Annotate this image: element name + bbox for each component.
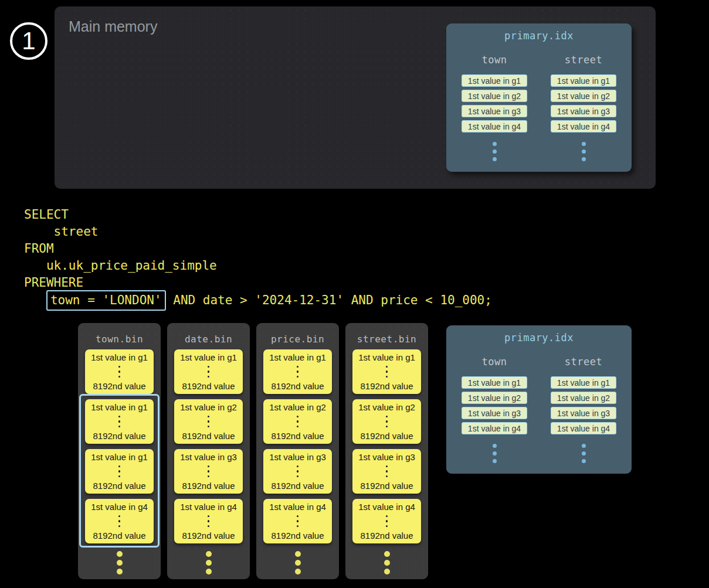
granule-first-value: 1st value in g1: [269, 352, 326, 362]
granule-last-value: 8192nd value: [182, 531, 235, 541]
granule-last-value: 8192nd value: [182, 431, 235, 441]
sql-line-from: FROM: [24, 240, 54, 257]
bin-file-date: date.bin 1st value in g1 8192nd value 1s…: [167, 323, 250, 579]
index-column-town: town 1st value in g1 1st value in g2 1st…: [462, 54, 527, 161]
ellipsis-dots: [208, 465, 210, 478]
granule-last-value: 8192nd value: [360, 481, 413, 491]
bin-file-title: town.bin: [78, 334, 161, 345]
step-number-badge: 1: [10, 22, 48, 60]
ellipsis-dots: [297, 465, 299, 478]
bin-file-town: town.bin 1st value in g1 8192nd value 1s…: [78, 323, 161, 579]
sql-line-prewhere: PREWHERE: [24, 274, 83, 291]
granule-last-value: 8192nd value: [93, 431, 145, 441]
index-entry: 1st value in g4: [551, 422, 616, 434]
ellipsis-dots: [345, 551, 428, 575]
primary-index-columns: town 1st value in g1 1st value in g2 1st…: [446, 356, 632, 463]
index-column-street: street 1st value in g1 1st value in g2 1…: [551, 356, 616, 463]
ellipsis-dots: [208, 515, 210, 528]
primary-index-box-disk: primary.idx town 1st value in g1 1st val…: [446, 325, 632, 474]
granule-first-value: 1st value in g2: [180, 402, 237, 412]
granule-first-value: 1st value in g1: [91, 352, 148, 362]
main-memory-panel: Main memory primary.idx town 1st value i…: [55, 6, 656, 189]
granule-last-value: 8192nd value: [182, 381, 235, 391]
granule: 1st value in g4 8192nd value: [263, 499, 332, 543]
ellipsis-dots: [167, 551, 250, 575]
ellipsis-dots: [386, 515, 388, 528]
index-entry: 1st value in g3: [551, 407, 616, 419]
ellipsis-dots: [118, 465, 121, 478]
ellipsis-dots: [297, 366, 299, 378]
granule: 1st value in g2 8192nd value: [174, 399, 243, 444]
granule-first-value: 1st value in g1: [91, 452, 148, 462]
index-column-header-town: town: [482, 356, 507, 368]
sql-remaining-predicates: AND date > '2024-12-31' AND price < 10_0…: [166, 293, 492, 307]
index-entry: 1st value in g4: [462, 422, 527, 434]
granule: 1st value in g4 8192nd value: [85, 499, 154, 543]
granule-last-value: 8192nd value: [93, 481, 145, 491]
ellipsis-dots: [78, 551, 161, 575]
granule: 1st value in g1 8192nd value: [85, 349, 154, 394]
bin-file-title: price.bin: [256, 334, 339, 345]
granule-last-value: 8192nd value: [360, 531, 413, 541]
ellipsis-dots: [386, 366, 388, 378]
granule-last-value: 8192nd value: [271, 481, 324, 491]
ellipsis-dots: [118, 416, 121, 428]
granule-first-value: 1st value in g3: [358, 452, 415, 462]
primary-index-box-memory: primary.idx town 1st value in g1 1st val…: [446, 23, 632, 172]
granule-last-value: 8192nd value: [93, 531, 145, 541]
granule-last-value: 8192nd value: [271, 381, 324, 391]
granule-first-value: 1st value in g1: [91, 402, 148, 412]
primary-index-title: primary.idx: [446, 30, 632, 42]
index-column-header-street: street: [565, 356, 602, 368]
granule-last-value: 8192nd value: [360, 381, 413, 391]
ellipsis-dots: [582, 444, 586, 463]
ellipsis-dots: [118, 515, 121, 528]
index-entry: 1st value in g1: [551, 376, 616, 389]
ellipsis-dots: [256, 551, 339, 575]
index-column-header-town: town: [482, 54, 507, 66]
sql-line-table: uk.uk_price_paid_simple: [24, 257, 217, 274]
index-entry: 1st value in g3: [462, 407, 527, 419]
index-entry: 1st value in g1: [551, 74, 616, 87]
ellipsis-dots: [493, 444, 497, 463]
index-entry: 1st value in g3: [551, 105, 616, 117]
index-entry: 1st value in g1: [462, 376, 527, 389]
index-entry: 1st value in g2: [462, 392, 527, 404]
sql-line-predicates: town = 'LONDON' AND date > '2024-12-31' …: [24, 291, 492, 310]
granule-first-value: 1st value in g2: [269, 402, 326, 412]
bin-file-title: date.bin: [167, 334, 250, 345]
granule: 1st value in g2 8192nd value: [263, 399, 332, 444]
primary-index-title: primary.idx: [446, 332, 632, 344]
granule-first-value: 1st value in g3: [180, 452, 237, 462]
granule: 1st value in g1 8192nd value: [352, 349, 421, 394]
granule-last-value: 8192nd value: [93, 381, 145, 391]
granule-first-value: 1st value in g1: [180, 352, 237, 362]
sql-line-select: SELECT: [24, 206, 69, 223]
main-memory-title: Main memory: [69, 18, 157, 35]
index-entry: 1st value in g3: [462, 105, 527, 117]
granule-first-value: 1st value in g4: [358, 502, 415, 512]
granule-first-value: 1st value in g3: [269, 452, 326, 462]
ellipsis-dots: [297, 515, 299, 528]
granule: 1st value in g4 8192nd value: [352, 499, 421, 543]
ellipsis-dots: [386, 465, 388, 478]
granule: 1st value in g3 8192nd value: [352, 449, 421, 494]
ellipsis-dots: [386, 416, 388, 428]
index-column-town: town 1st value in g1 1st value in g2 1st…: [462, 356, 527, 463]
granule-last-value: 8192nd value: [271, 531, 324, 541]
index-column-street: street 1st value in g1 1st value in g2 1…: [551, 54, 616, 161]
ellipsis-dots: [208, 366, 210, 378]
granule: 1st value in g3 8192nd value: [174, 449, 243, 494]
index-entry: 1st value in g4: [462, 120, 527, 132]
granule-last-value: 8192nd value: [360, 431, 413, 441]
granule-first-value: 1st value in g2: [358, 402, 415, 412]
bin-file-price: price.bin 1st value in g1 8192nd value 1…: [256, 323, 339, 579]
sql-line-street: street: [24, 223, 98, 240]
granule-first-value: 1st value in g4: [91, 502, 148, 512]
index-column-header-street: street: [565, 54, 602, 66]
granule: 1st value in g1 8192nd value: [263, 349, 332, 394]
index-entry: 1st value in g2: [551, 392, 616, 404]
index-entry: 1st value in g1: [462, 74, 527, 87]
ellipsis-dots: [118, 366, 121, 378]
ellipsis-dots: [208, 416, 210, 428]
